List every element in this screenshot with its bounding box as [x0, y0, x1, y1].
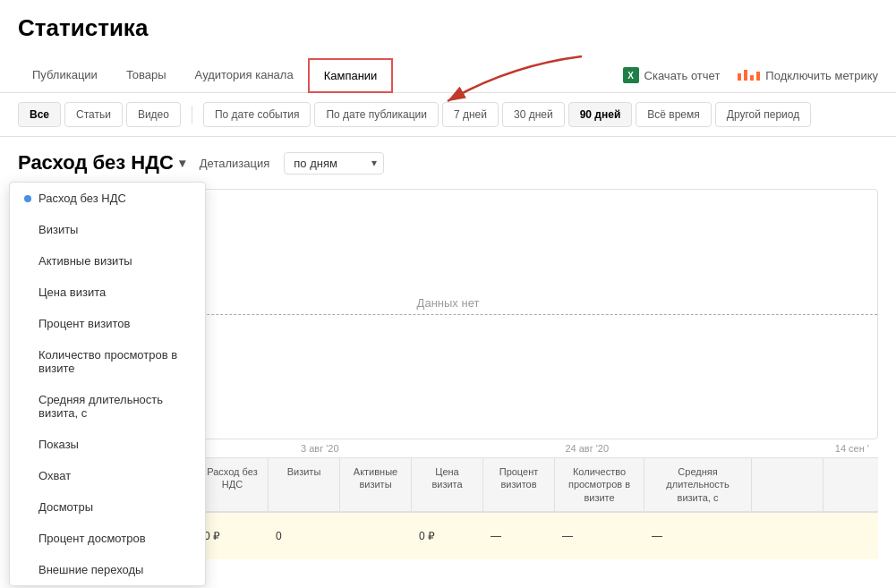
- top-nav-left: Публикации Товары Аудитория канала Кампа…: [18, 58, 393, 92]
- dropdown-item-reach[interactable]: Охват: [10, 460, 205, 491]
- footer-active-visits: [340, 518, 412, 554]
- detail-select-wrapper: по дням по неделям по месяцам: [284, 152, 384, 175]
- dropdown-item-external[interactable]: Внешние переходы: [10, 554, 205, 585]
- detail-select[interactable]: по дням по неделям по месяцам: [284, 152, 384, 175]
- metric-title-text: Расход без НДС: [18, 151, 174, 175]
- x-label-4: 14 сен ': [835, 443, 869, 454]
- dropdown-item-dosmotr[interactable]: Досмотры: [10, 491, 205, 523]
- excel-icon: X: [623, 67, 639, 83]
- selected-dot: [24, 195, 31, 202]
- filter-7d[interactable]: 7 дней: [442, 102, 499, 127]
- download-label: Скачать отчет: [644, 69, 721, 82]
- nav-publications[interactable]: Публикации: [18, 58, 112, 93]
- footer-visit-price: 0 ₽: [412, 518, 483, 554]
- dropdown-item-visit-price[interactable]: Цена визита: [10, 277, 205, 308]
- dropdown-item-label: Цена визита: [38, 285, 106, 299]
- metric-selector-row: Расход без НДС ▾ Детализация по дням по …: [18, 151, 878, 175]
- dropdown-item-active-visits[interactable]: Активные визиты: [10, 245, 205, 277]
- filter-30d[interactable]: 30 дней: [502, 102, 565, 127]
- dropdown-item-shows[interactable]: Показы: [10, 429, 205, 460]
- nav-products[interactable]: Товары: [112, 58, 181, 93]
- col-header-active-visits: Активные визиты: [340, 458, 412, 511]
- filter-other-period[interactable]: Другой период: [715, 102, 811, 127]
- top-navigation: Публикации Товары Аудитория канала Кампа…: [0, 58, 896, 93]
- dropdown-item-label: Процент визитов: [38, 317, 130, 330]
- metric-icon: [738, 70, 760, 81]
- dropdown-item-label: Охват: [38, 469, 71, 482]
- col-header-views-per-visit: Количество просмотров в визите: [555, 458, 644, 511]
- dropdown-item-label: Показы: [38, 438, 79, 451]
- no-data-label: Данных нет: [410, 296, 487, 310]
- filter-by-pub[interactable]: По дате публикации: [314, 102, 439, 127]
- top-nav-right: X Скачать отчет Подключить метрику: [623, 67, 878, 83]
- filter-all[interactable]: Все: [18, 102, 61, 127]
- main-content: Расход без НДС ▾ Детализация по дням по …: [0, 137, 896, 574]
- footer-views-per-visit: —: [555, 518, 644, 554]
- dropdown-item-label: Внешние переходы: [38, 563, 143, 576]
- footer-visit-percent: —: [483, 518, 555, 554]
- dropdown-item-label: Средняя длительность визита, с: [38, 393, 191, 420]
- metric-dropdown: Расход без НДС Визиты Активные визиты Це…: [9, 182, 206, 586]
- nav-audience[interactable]: Аудитория канала: [181, 58, 308, 93]
- x-label-3: 24 авг '20: [565, 443, 609, 454]
- filter-articles[interactable]: Статьи: [64, 102, 123, 127]
- col-header-visits: Визиты: [269, 458, 340, 511]
- col-header-visit-price: Цена визита: [412, 458, 483, 511]
- dropdown-item-expense[interactable]: Расход без НДС: [10, 183, 205, 214]
- col-header-avg-duration: Средняя длительность визита, с: [644, 458, 752, 511]
- dropdown-item-visits[interactable]: Визиты: [10, 214, 205, 245]
- metric-selector-title[interactable]: Расход без НДС ▾: [18, 151, 185, 175]
- filter-video[interactable]: Видео: [126, 102, 181, 127]
- col-header-expense: Расход без НДС: [197, 458, 269, 511]
- dropdown-item-label: Визиты: [38, 223, 78, 236]
- footer-expense: 0 ₽: [197, 518, 269, 554]
- connect-metric-button[interactable]: Подключить метрику: [738, 69, 878, 82]
- col-header-more: [752, 458, 823, 511]
- filter-all-time[interactable]: Всё время: [636, 102, 711, 127]
- dropdown-item-views-per-visit[interactable]: Количество просмотров в визите: [10, 339, 205, 384]
- filter-bar: Все Статьи Видео По дате события По дате…: [0, 93, 896, 137]
- footer-visits: 0: [269, 518, 340, 554]
- col-header-visit-percent: Процент визитов: [483, 458, 555, 511]
- filter-by-event[interactable]: По дате события: [203, 102, 311, 127]
- download-report-button[interactable]: X Скачать отчет: [623, 67, 721, 83]
- footer-avg-duration: —: [644, 518, 752, 554]
- dropdown-item-label: Активные визиты: [38, 254, 132, 268]
- dropdown-item-label: Процент досмотров: [38, 532, 146, 545]
- dropdown-item-visit-percent[interactable]: Процент визитов: [10, 308, 205, 339]
- dropdown-item-label: Количество просмотров в визите: [38, 348, 191, 375]
- filter-separator: [192, 106, 192, 124]
- nav-campaigns[interactable]: Кампании: [308, 58, 394, 93]
- chevron-down-icon: ▾: [179, 156, 185, 170]
- detail-label: Детализация: [200, 157, 269, 170]
- x-label-2: 3 авг '20: [301, 443, 339, 454]
- connect-label: Подключить метрику: [765, 69, 878, 82]
- filter-90d[interactable]: 90 дней: [568, 102, 633, 127]
- dropdown-item-label: Досмотры: [38, 500, 93, 514]
- page-title: Статистика: [18, 14, 878, 42]
- dropdown-item-label: Расход без НДС: [38, 192, 126, 205]
- dropdown-item-avg-duration[interactable]: Средняя длительность визита, с: [10, 384, 205, 429]
- dropdown-item-dosmotr-percent[interactable]: Процент досмотров: [10, 523, 205, 554]
